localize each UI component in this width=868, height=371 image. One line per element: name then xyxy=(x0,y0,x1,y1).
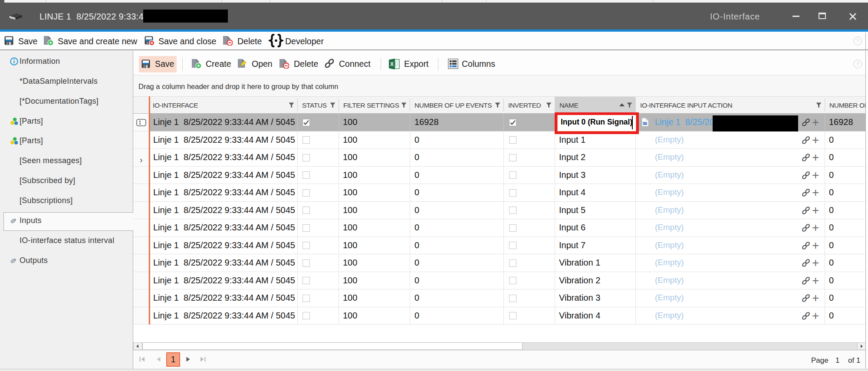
svg-text:?: ? xyxy=(856,38,860,44)
svg-text:?: ? xyxy=(856,61,860,67)
svg-text:X: X xyxy=(390,61,394,67)
